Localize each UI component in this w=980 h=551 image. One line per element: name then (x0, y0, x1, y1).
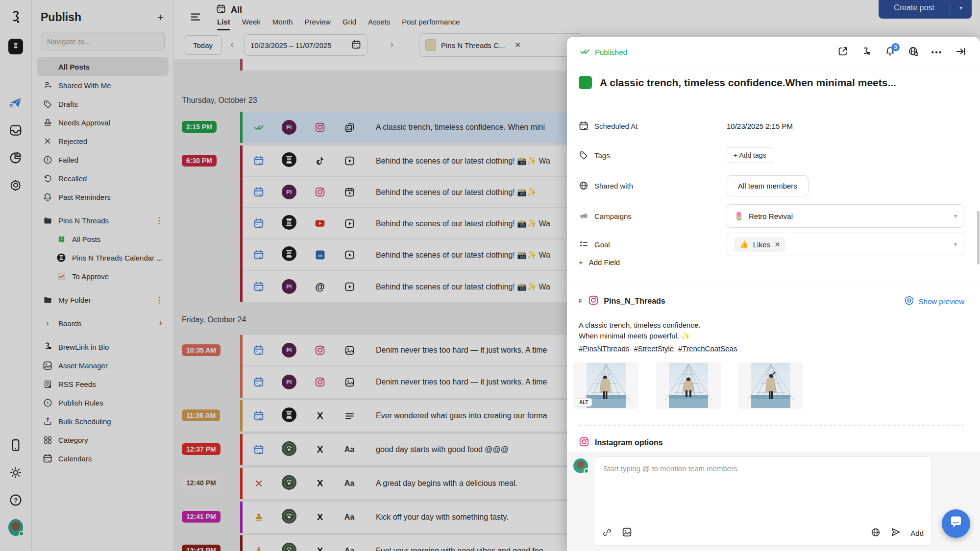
notification-count-badge: 3 (891, 43, 900, 51)
campaigns-label: Campaigns (579, 211, 727, 221)
post-color-square (579, 76, 592, 89)
comment-section: Start typing @ to mention team members A… (567, 452, 980, 551)
campaigns-select[interactable]: 🌷 Retro Revival ▾ (727, 204, 964, 228)
scheduled-at-value: 10/23/2025 2:15 PM (727, 122, 793, 130)
add-comment-button[interactable]: Add (910, 529, 924, 537)
campaign-value: Retro Revival (749, 212, 793, 220)
add-field-button[interactable]: +Add Field (579, 258, 620, 266)
language-globe-icon[interactable] (907, 47, 919, 58)
goal-label: Goal (579, 240, 727, 249)
comment-globe-icon[interactable] (871, 527, 881, 539)
goal-chip-remove-icon[interactable]: ✕ (775, 240, 781, 248)
account-prefix: P (579, 298, 582, 304)
show-preview-button[interactable]: Show preview (904, 295, 964, 307)
drawer-header: Published 3 ••• (567, 37, 980, 68)
eye-icon (904, 295, 914, 307)
post-image-thumbnail[interactable]: ALT (573, 362, 638, 409)
post-caption: A classic trench, timeless confidence. W… (579, 320, 964, 354)
post-detail-drawer: Published 3 ••• A classic trench, timele… (567, 37, 980, 551)
comment-box[interactable]: Start typing @ to mention team members A… (594, 456, 932, 546)
caption-line: When minimal meets powerful. ✨ (579, 331, 964, 341)
campaigns-icon (579, 211, 588, 221)
shared-with-icon (579, 181, 588, 191)
instagram-options-section[interactable]: Instagram options (579, 436, 663, 449)
post-image-thumbnail[interactable] (738, 362, 803, 409)
caption-hashtags: #PinsNThreads#StreetStyle#TrenchCoatSeas (579, 343, 964, 354)
app-window: ? Publish + Navigate to... All Posts Sha… (0, 0, 980, 551)
status-badge: Published (579, 47, 627, 57)
send-icon[interactable] (890, 527, 901, 539)
open-external-icon[interactable] (837, 47, 849, 58)
collapse-drawer-icon[interactable] (955, 47, 966, 58)
shared-with-label: Shared with (579, 181, 727, 191)
goal-chip: 👍 Likes ✕ (734, 237, 785, 252)
attach-image-icon[interactable] (622, 527, 632, 539)
add-tags-button[interactable]: + Add tags (727, 147, 773, 163)
campaign-emoji: 🌷 (734, 212, 744, 221)
caption-line: A classic trench, timeless confidence. (579, 320, 964, 331)
account-row: P Pins_N_Threads Show preview (579, 291, 964, 311)
hashtag-link[interactable]: #PinsNThreads (579, 343, 629, 354)
media-thumbnails: ALT (573, 362, 803, 409)
published-check-icon (579, 47, 590, 57)
post-image-thumbnail[interactable] (656, 362, 721, 409)
drawer-scrollbar[interactable] (977, 211, 980, 264)
instagram-icon (588, 295, 599, 308)
more-options-icon[interactable]: ••• (931, 47, 943, 58)
tags-icon (579, 150, 588, 160)
hashtag-link[interactable]: #StreetStyle (634, 343, 674, 354)
goal-select[interactable]: 👍 Likes ✕ ▾ (727, 233, 964, 256)
brewlink-share-icon[interactable] (860, 47, 872, 58)
instagram-options-icon (579, 436, 589, 449)
goal-icon (579, 240, 588, 249)
scheduled-at-icon (579, 121, 588, 131)
notifications-bell-icon[interactable]: 3 (884, 47, 896, 58)
attach-link-icon[interactable] (602, 527, 612, 539)
commenter-avatar (573, 458, 588, 473)
campaigns-dropdown-icon: ▾ (954, 213, 957, 219)
tags-label: Tags (579, 150, 727, 160)
comment-input[interactable]: Start typing @ to mention team members (594, 457, 931, 480)
alt-text-badge[interactable]: ALT (576, 398, 592, 407)
shared-with-button[interactable]: All team members (727, 175, 808, 196)
post-title: A classic trench, timeless confidence.Wh… (600, 77, 896, 89)
chat-widget-button[interactable] (942, 509, 970, 538)
goal-dropdown-icon: ▾ (954, 241, 957, 248)
section-divider (579, 425, 964, 426)
scheduled-at-label: Scheduled At (579, 121, 727, 131)
account-name: Pins_N_Threads (604, 297, 665, 306)
hashtag-link[interactable]: #TrenchCoatSeas (678, 343, 737, 354)
